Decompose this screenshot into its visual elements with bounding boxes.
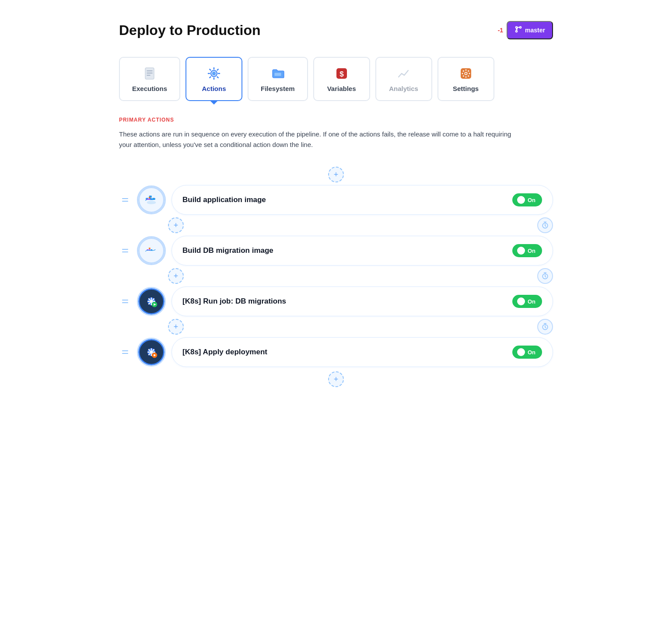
plus-icon-3: +	[174, 272, 178, 280]
svg-rect-22	[146, 198, 148, 200]
toggle-1[interactable]: On	[512, 193, 542, 206]
branch-label: master	[525, 27, 545, 34]
toggle-circle-4	[517, 348, 525, 356]
svg-line-62	[148, 349, 150, 351]
tab-actions-label: Actions	[202, 85, 226, 92]
tab-executions[interactable]: Executions	[119, 57, 180, 101]
svg-rect-23	[149, 198, 152, 200]
svg-point-41	[147, 297, 155, 305]
svg-line-65	[148, 353, 150, 355]
action-name-1: Build application image	[182, 196, 266, 204]
branch-icon	[514, 25, 522, 35]
svg-rect-25	[152, 198, 155, 200]
svg-point-12	[465, 70, 466, 71]
add-action-button-bottom[interactable]: +	[328, 371, 344, 387]
drag-icon-3	[121, 297, 130, 306]
toggle-3[interactable]: On	[512, 295, 542, 308]
action-card-3[interactable]: [K8s] Run job: DB migrations On	[172, 287, 553, 316]
svg-point-56	[147, 348, 155, 356]
toggle-circle-2	[517, 247, 525, 255]
tab-variables[interactable]: $ Variables	[313, 57, 370, 101]
drag-handle-4[interactable]	[119, 344, 131, 360]
action-icon-bg-2	[138, 238, 164, 264]
action-row-4: [K8s] Apply deployment On	[119, 337, 553, 367]
action-icon-bg-1	[138, 187, 164, 213]
svg-line-50	[148, 303, 150, 304]
tab-filesystem-label: Filesystem	[261, 85, 295, 92]
dollar-icon: $	[334, 66, 350, 81]
toggle-4[interactable]: On	[512, 346, 542, 359]
svg-rect-28	[149, 199, 150, 200]
action-card-1[interactable]: Build application image On	[172, 185, 553, 215]
svg-rect-29	[151, 199, 153, 200]
action-card-4[interactable]: [K8s] Apply deployment On	[172, 337, 553, 367]
svg-rect-6	[274, 73, 281, 76]
add-action-button-top[interactable]: +	[328, 167, 344, 182]
add-action-button-4[interactable]: +	[168, 319, 184, 335]
svg-point-57	[150, 350, 153, 353]
plus-icon: +	[334, 171, 339, 178]
svg-line-64	[153, 349, 154, 351]
svg-marker-52	[154, 303, 156, 305]
connector-row-1: +	[119, 215, 553, 236]
toggle-label-3: On	[528, 298, 536, 305]
svg-point-42	[150, 300, 153, 303]
drag-handle-3[interactable]	[119, 294, 131, 309]
drag-handle-2[interactable]	[119, 243, 131, 259]
toggle-circle-3	[517, 297, 525, 305]
svg-line-63	[153, 353, 154, 355]
action-row-2: Build DB migration image On	[119, 236, 553, 266]
svg-point-11	[465, 73, 467, 74]
action-row-3: [K8s] Run job: DB migrations On	[119, 287, 553, 316]
svg-rect-34	[147, 249, 149, 251]
svg-point-51	[152, 302, 157, 307]
tab-analytics-label: Analytics	[389, 85, 418, 92]
tab-actions[interactable]: Actions	[186, 57, 242, 101]
gear-icon	[206, 66, 222, 81]
folder-icon	[270, 66, 286, 81]
page-header: Deploy to Production -1 master	[119, 21, 553, 39]
svg-rect-37	[149, 248, 150, 249]
add-action-button-2[interactable]: +	[168, 217, 184, 233]
file-icon	[142, 66, 158, 81]
header-right: -1 master	[498, 21, 553, 39]
svg-point-15	[469, 73, 470, 74]
action-name-4: [K8s] Apply deployment	[182, 348, 267, 356]
tab-filesystem[interactable]: Filesystem	[248, 57, 308, 101]
action-card-2[interactable]: Build DB migration image On	[172, 236, 553, 266]
section-title: PRIMARY ACTIONS	[119, 117, 553, 123]
svg-rect-24	[149, 196, 152, 198]
toggle-2[interactable]: On	[512, 244, 542, 257]
tab-variables-label: Variables	[327, 85, 356, 92]
svg-rect-30	[149, 197, 150, 198]
action-row-1: Build application image On	[119, 185, 553, 215]
tab-analytics[interactable]: Analytics	[375, 57, 432, 101]
toggle-label-4: On	[528, 349, 536, 356]
branch-button[interactable]: master	[507, 21, 553, 39]
notification-badge: -1	[498, 27, 503, 34]
tab-settings[interactable]: Settings	[438, 57, 494, 101]
svg-rect-35	[149, 249, 150, 251]
svg-point-14	[462, 73, 463, 74]
svg-point-18	[462, 75, 464, 77]
plus-icon-4: +	[174, 323, 178, 331]
svg-rect-3	[145, 68, 154, 79]
settings-icon	[458, 66, 474, 81]
timer-icon-3	[537, 319, 553, 335]
svg-point-66	[152, 353, 157, 358]
action-name-3: [K8s] Run job: DB migrations	[182, 297, 286, 306]
k8s-gear-ring-4	[138, 339, 164, 365]
svg-point-4	[212, 72, 216, 76]
page-title: Deploy to Production	[119, 22, 261, 38]
add-action-button-3[interactable]: +	[168, 268, 184, 284]
drag-handle-1[interactable]	[119, 192, 131, 208]
section-desc: These actions are run in sequence on eve…	[119, 129, 513, 150]
drag-icon-1	[121, 196, 130, 204]
svg-point-17	[468, 75, 469, 77]
tabs-container: Executions Actions Filesystem $	[119, 57, 553, 101]
tab-executions-label: Executions	[132, 85, 167, 92]
svg-point-19	[468, 70, 469, 72]
svg-rect-27	[147, 199, 149, 200]
action-name-2: Build DB migration image	[182, 246, 273, 255]
docker-gear-ring-1	[138, 187, 164, 213]
